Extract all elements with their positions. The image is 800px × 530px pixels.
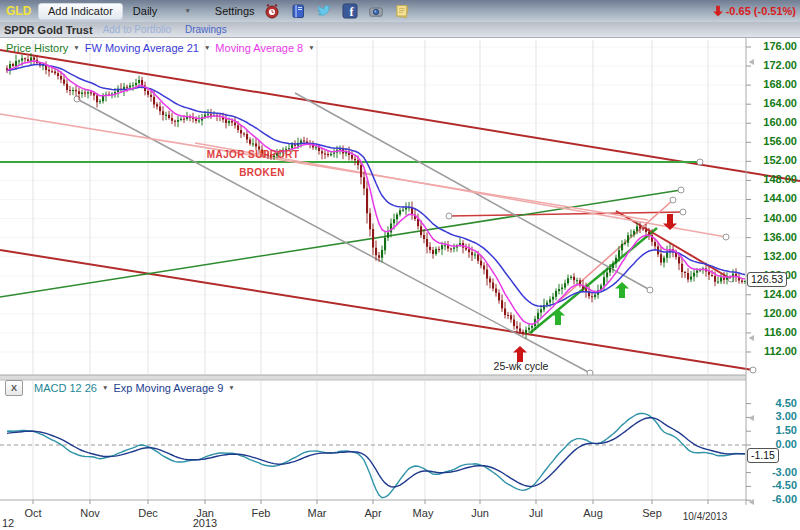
fw-ma-21-line — [7, 65, 745, 307]
trendline-sep-resistance-line[interactable] — [449, 212, 683, 216]
x-axis-label: Jun — [455, 507, 505, 519]
macd-tick-label: 4.50 — [752, 397, 797, 409]
chevron-down-icon: ▼ — [102, 385, 108, 392]
price-tick-label: 132.00 — [752, 250, 797, 262]
trendline-handle[interactable] — [680, 209, 686, 215]
trendline-handle[interactable] — [647, 287, 653, 293]
down-arrow-icon — [713, 5, 723, 17]
price-tick-label: 140.00 — [752, 212, 797, 224]
x-axis-label: Nov — [65, 507, 115, 519]
x-axis-label: Apr — [348, 507, 398, 519]
change-value: -0.65 (-0.51%) — [726, 5, 796, 17]
twitter-icon[interactable] — [316, 3, 333, 20]
settings-button[interactable]: Settings — [215, 5, 255, 17]
ma-8-line — [7, 61, 745, 324]
trendline-gray-cycle-line-1[interactable] — [77, 99, 590, 373]
chart-canvas[interactable] — [0, 0, 800, 530]
price-tick-label: 160.00 — [752, 116, 797, 128]
x-axis-label: Aug — [568, 507, 618, 519]
ma-8-dropdown[interactable]: Moving Average 8 — [215, 42, 303, 54]
price-tick-label: 136.00 — [752, 231, 797, 243]
price-tick-label: 112.00 — [752, 345, 797, 357]
x-axis-label: 10/4/2013 — [680, 511, 730, 522]
timeframe-value: Daily — [133, 5, 157, 17]
top-toolbar: GLD Add Indicator Daily ▼ Settings f -0.… — [0, 0, 800, 22]
green-up-arrow-2[interactable] — [615, 282, 629, 298]
moving-averages — [7, 61, 745, 324]
green-up-arrow-1[interactable] — [551, 309, 565, 325]
macd-tick-label: -4.50 — [752, 479, 797, 491]
macd-value-box: -1.15 — [747, 448, 779, 463]
price-tick-label: 176.00 — [752, 40, 797, 52]
x-axis-label: Sep — [627, 507, 677, 519]
macd-tick-label: 1.50 — [752, 424, 797, 436]
axis-frame — [0, 38, 754, 505]
candlesticks — [6, 53, 746, 338]
x-axis-label: Feb — [236, 507, 286, 519]
timeframe-select[interactable]: Daily ▼ — [133, 5, 191, 17]
annotation-major-support[interactable]: MAJOR SUPPORT — [205, 149, 301, 160]
trendline-handle[interactable] — [678, 187, 684, 193]
gridlines — [0, 40, 746, 500]
price-pane-header: Price History ▼ FW Moving Average 21 ▼ M… — [6, 42, 315, 54]
chevron-down-icon: ▼ — [73, 45, 79, 52]
price-tick-label: 156.00 — [752, 135, 797, 147]
price-tick-label: 148.00 — [752, 173, 797, 185]
trendline-handle[interactable] — [446, 213, 452, 219]
price-tick-label: 152.00 — [752, 154, 797, 166]
x-axis-label: Mar — [292, 507, 342, 519]
chevron-down-icon: ▼ — [204, 45, 210, 52]
camera-icon[interactable] — [368, 3, 385, 20]
macd-tick-label: 3.00 — [752, 410, 797, 422]
annotation-broken[interactable]: BROKEN — [214, 167, 310, 178]
macd-tick-label: -3.00 — [752, 466, 797, 478]
symbol-label[interactable]: GLD — [6, 4, 32, 18]
notes-icon[interactable] — [394, 3, 411, 20]
price-tick-label: 164.00 — [752, 97, 797, 109]
trendline-handle[interactable] — [670, 197, 676, 203]
trendline-pink-channel-1[interactable] — [0, 114, 648, 220]
x-axis-label: 12 — [0, 517, 33, 529]
alarm-icon[interactable] — [264, 3, 281, 20]
trendline-handle[interactable] — [723, 234, 729, 240]
price-tick-label: 172.00 — [752, 59, 797, 71]
add-indicator-button[interactable]: Add Indicator — [38, 3, 123, 20]
chevron-down-icon: ▼ — [228, 385, 234, 392]
macd-signal-line — [7, 418, 745, 487]
price-tick-label: 168.00 — [752, 78, 797, 90]
macd-dropdown[interactable]: MACD 12 26 — [34, 382, 97, 394]
macd-pane-header: X MACD 12 26 ▼ Exp Moving Average 9 ▼ — [5, 380, 235, 396]
tc2000-window: GLD Add Indicator Daily ▼ Settings f -0.… — [0, 0, 800, 530]
macd-tick-label: -6.00 — [752, 493, 797, 505]
x-axis-label: 2013 — [180, 517, 230, 529]
x-axis-label: May — [398, 507, 448, 519]
price-tick-label: 120.00 — [752, 307, 797, 319]
price-history-dropdown[interactable]: Price History — [6, 42, 68, 54]
fw-ma-21-dropdown[interactable]: FW Moving Average 21 — [85, 42, 199, 54]
exp-ma-9-dropdown[interactable]: Exp Moving Average 9 — [113, 382, 223, 394]
drawings-link[interactable]: Drawings — [185, 24, 227, 35]
close-indicator-button[interactable]: X — [5, 380, 23, 396]
trendline-handle[interactable] — [750, 367, 756, 373]
price-tick-label: 124.00 — [752, 288, 797, 300]
chevron-down-icon: ▼ — [308, 45, 314, 52]
facebook-icon[interactable]: f — [342, 3, 359, 20]
chevron-down-icon: ▼ — [184, 8, 190, 15]
security-name: SPDR Gold Trust — [4, 24, 93, 36]
x-axis-label: Dec — [123, 507, 173, 519]
annotation-25wk-cycle[interactable]: 25-wk cycle — [479, 360, 563, 372]
x-axis-label: Jul — [511, 507, 561, 519]
price-change: -0.65 (-0.51%) — [713, 5, 796, 17]
last-price-box: 126.53 — [747, 272, 787, 287]
book-icon[interactable] — [290, 3, 307, 20]
trendline-handle[interactable] — [697, 159, 703, 165]
price-tick-label: 144.00 — [752, 192, 797, 204]
add-to-portfolio-link[interactable]: Add to Portfolio — [103, 24, 171, 35]
price-tick-label: 116.00 — [752, 326, 797, 338]
trendline-long-green-trendline[interactable] — [0, 190, 681, 297]
security-toolbar: SPDR Gold Trust Add to Portfolio Drawing… — [0, 22, 800, 38]
